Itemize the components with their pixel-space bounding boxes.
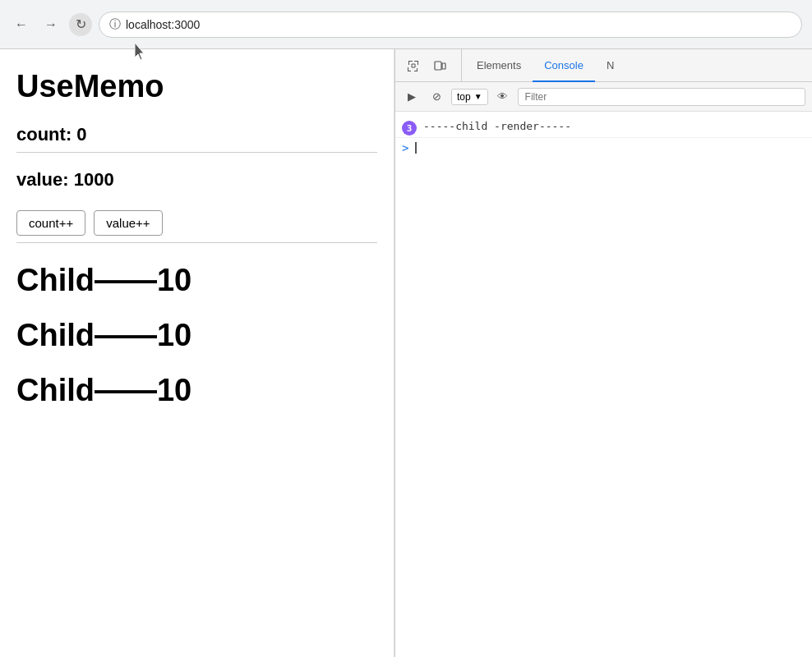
value-display: value: 1000 xyxy=(16,169,377,191)
forward-button[interactable]: → xyxy=(39,13,62,36)
tab-network[interactable]: N xyxy=(595,50,625,82)
buttons-row: count++ value++ xyxy=(16,210,377,236)
chevron-down-icon: ▼ xyxy=(474,92,482,101)
context-selector[interactable]: top ▼ xyxy=(451,89,488,105)
devtools-tabs-bar: Elements Console N xyxy=(395,49,812,82)
value-increment-button[interactable]: value++ xyxy=(94,210,162,236)
inspect-element-button[interactable] xyxy=(402,54,425,77)
prompt-arrow-icon: > xyxy=(402,141,408,154)
child-item-2: Child——10 xyxy=(16,318,377,353)
divider-2 xyxy=(16,242,377,243)
browser-toolbar: ← → ↻ ⓘ localhost:3000 xyxy=(0,0,812,49)
console-log-text-1: -----child -render----- xyxy=(423,120,571,132)
context-label: top xyxy=(457,91,471,103)
back-button[interactable]: ← xyxy=(10,13,33,36)
filter-input[interactable] xyxy=(518,88,805,106)
console-output: 3 -----child -render----- > xyxy=(395,112,812,657)
eye-button[interactable]: 👁 xyxy=(493,87,513,107)
count-increment-button[interactable]: count++ xyxy=(16,210,85,236)
tab-console[interactable]: Console xyxy=(533,50,595,82)
app-title: UseMemo xyxy=(16,69,377,104)
divider-1 xyxy=(16,152,377,153)
svg-rect-0 xyxy=(435,62,441,70)
console-prompt-line[interactable]: > xyxy=(395,138,812,158)
info-icon: ⓘ xyxy=(109,17,121,32)
child-item-3: Child——10 xyxy=(16,373,377,408)
console-count-badge: 3 xyxy=(402,121,417,136)
svg-rect-1 xyxy=(442,63,445,69)
count-display: count: 0 xyxy=(16,124,377,145)
console-cursor xyxy=(415,142,417,154)
url-text: localhost:3000 xyxy=(126,18,200,31)
child-item-1: Child——10 xyxy=(16,263,377,298)
devtools-icon-bar xyxy=(402,49,462,81)
devtools-panel: Elements Console N ▶ ⊘ top ▼ 👁 xyxy=(394,49,812,657)
clear-console-button[interactable]: ▶ xyxy=(402,87,422,107)
tab-elements[interactable]: Elements xyxy=(465,50,533,82)
devtools-console-toolbar: ▶ ⊘ top ▼ 👁 xyxy=(395,82,812,112)
address-bar[interactable]: ⓘ localhost:3000 xyxy=(99,11,802,38)
console-log-line-1: 3 -----child -render----- xyxy=(395,118,812,138)
app-content-area: UseMemo count: 0 value: 1000 count++ val… xyxy=(0,49,394,657)
main-layout: UseMemo count: 0 value: 1000 count++ val… xyxy=(0,49,812,657)
device-toolbar-button[interactable] xyxy=(428,54,451,77)
reload-button[interactable]: ↻ xyxy=(69,13,92,36)
block-button[interactable]: ⊘ xyxy=(427,87,446,107)
browser-window: ← → ↻ ⓘ localhost:3000 UseMemo count: 0 … xyxy=(0,0,812,657)
